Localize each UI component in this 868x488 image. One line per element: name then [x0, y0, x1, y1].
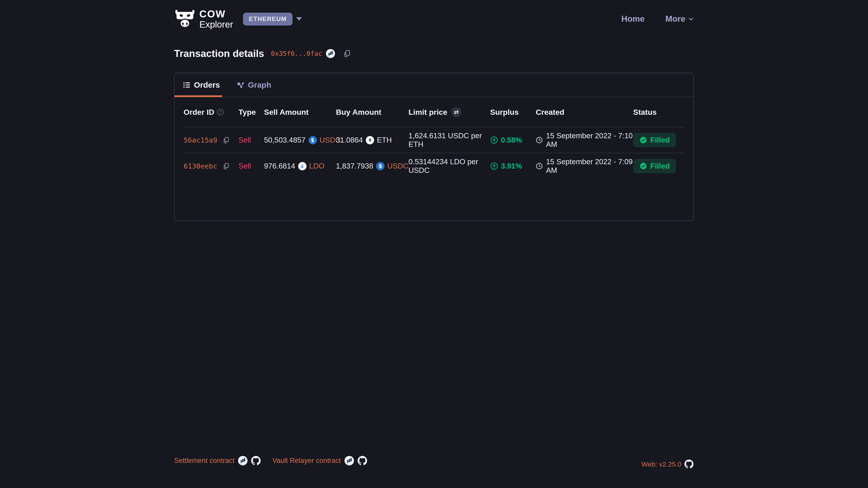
- surplus-cell: 3.91%: [490, 162, 536, 170]
- nav-link-home[interactable]: Home: [621, 14, 645, 24]
- check-circle-icon: [640, 162, 647, 170]
- web-version-link[interactable]: Web: v2.25.0: [642, 460, 681, 468]
- usdc-token-icon: $: [309, 136, 317, 144]
- etherscan-icon[interactable]: [326, 49, 335, 58]
- footer: Settlement contract: [174, 456, 694, 488]
- tab-orders[interactable]: Orders: [175, 73, 222, 97]
- github-icon[interactable]: [358, 456, 367, 465]
- col-sell-amount: Sell Amount: [264, 108, 336, 117]
- clock-icon: [536, 162, 543, 170]
- created-cell: 15 September 2022 - 7:09 AM: [536, 158, 633, 175]
- clock-icon: [536, 136, 543, 144]
- vault-relayer-contract-link[interactable]: Vault Relayer contract: [272, 457, 341, 465]
- buy-token-link[interactable]: USDC: [387, 162, 408, 170]
- ldo-token-icon: [298, 162, 307, 170]
- network-selector[interactable]: ETHEREUM: [243, 13, 302, 26]
- buy-token-label: ETH: [377, 136, 392, 144]
- tab-orders-label: Orders: [194, 80, 220, 90]
- sell-amount-cell: 976.6814 LDO: [264, 162, 336, 170]
- header: COW Explorer ETHEREUM Home More: [174, 0, 694, 29]
- created-cell: 15 September 2022 - 7:10 AM: [536, 131, 633, 149]
- tab-graph[interactable]: Graph: [232, 73, 277, 97]
- tab-graph-label: Graph: [248, 80, 271, 90]
- cow-explorer-logo[interactable]: COW Explorer: [174, 8, 233, 29]
- copy-order-id-icon[interactable]: [223, 136, 230, 144]
- col-type: Type: [239, 108, 264, 117]
- surplus-up-icon: [490, 162, 498, 170]
- cow-logo-icon: [174, 8, 196, 29]
- sell-token-link[interactable]: LDO: [309, 162, 324, 170]
- status-cell: Filled: [633, 133, 684, 147]
- help-icon[interactable]: ?: [217, 109, 224, 116]
- graph-icon: [237, 81, 244, 89]
- settlement-contract-item: Settlement contract: [174, 456, 260, 465]
- main-nav: Home More: [621, 14, 694, 24]
- footer-version-item: Web: v2.25.0: [642, 459, 694, 469]
- order-id-cell: 6130eebc: [184, 162, 239, 170]
- page-title: Transaction details: [174, 48, 264, 59]
- logo-line2: Explorer: [199, 20, 233, 29]
- eth-token-icon: [366, 136, 374, 144]
- list-icon: [183, 81, 190, 89]
- status-cell: Filled: [633, 159, 684, 173]
- surplus-up-icon: [490, 136, 498, 144]
- col-status: Status: [633, 108, 684, 117]
- table-header-row: Order ID ? Type Sell Amount Buy Amount L…: [184, 97, 684, 127]
- etherscan-icon[interactable]: [238, 456, 248, 465]
- page: COW Explorer ETHEREUM Home More Transac: [0, 0, 868, 488]
- order-id-link[interactable]: 56ac15a9: [184, 136, 217, 144]
- orders-table: Order ID ? Type Sell Amount Buy Amount L…: [184, 97, 684, 179]
- sell-amount-value: 976.6814: [264, 162, 295, 170]
- table-row: 56ac15a9 Sell 50,503.4857 $ USDC: [184, 127, 684, 153]
- sell-amount-cell: 50,503.4857 $ USDC: [264, 136, 336, 144]
- nav-link-more[interactable]: More: [665, 14, 694, 24]
- check-circle-icon: [640, 136, 647, 144]
- limit-price-cell: 0.53144234 LDO per USDC: [408, 158, 490, 175]
- order-type: Sell: [239, 136, 264, 144]
- surplus-value: 3.91%: [501, 162, 522, 170]
- created-value: 15 September 2022 - 7:10 AM: [546, 131, 633, 149]
- order-type: Sell: [239, 162, 264, 170]
- status-label: Filled: [650, 136, 670, 144]
- col-limit-price: Limit price ⇄: [408, 107, 490, 117]
- chevron-down-icon: [688, 16, 694, 22]
- github-icon[interactable]: [684, 459, 694, 469]
- tabbar: Orders Graph: [175, 73, 693, 97]
- orders-card: Orders Graph Order ID: [174, 73, 694, 221]
- order-id-link[interactable]: 6130eebc: [184, 162, 217, 170]
- vault-relayer-contract-item: Vault Relayer contract: [272, 456, 367, 465]
- logo-line1: COW: [199, 9, 233, 19]
- status-badge: Filled: [633, 159, 676, 173]
- buy-amount-value: 31.0864: [336, 136, 363, 144]
- order-id-cell: 56ac15a9: [184, 136, 239, 144]
- status-badge: Filled: [633, 133, 676, 147]
- table-row: 6130eebc Sell 976.6814: [184, 153, 684, 179]
- created-value: 15 September 2022 - 7:09 AM: [546, 158, 633, 175]
- col-order-id-label: Order ID: [184, 108, 214, 117]
- nav-more-label: More: [665, 14, 685, 24]
- limit-price-cell: 1,624.6131 USDC per ETH: [408, 131, 490, 149]
- settlement-contract-link[interactable]: Settlement contract: [174, 457, 235, 465]
- col-buy-amount: Buy Amount: [336, 108, 408, 117]
- surplus-cell: 0.58%: [490, 136, 536, 144]
- surplus-value: 0.58%: [501, 136, 522, 144]
- status-label: Filled: [650, 162, 670, 170]
- usdc-token-icon: $: [376, 162, 384, 170]
- buy-amount-value: 1,837.7938: [336, 162, 373, 170]
- buy-amount-cell: 31.0864 ETH: [336, 136, 408, 144]
- invert-price-icon[interactable]: ⇄: [452, 107, 461, 117]
- col-surplus: Surplus: [490, 108, 536, 117]
- github-icon[interactable]: [251, 456, 260, 465]
- col-created: Created: [536, 108, 633, 117]
- tx-hash-link[interactable]: 0x35f6...0fac: [271, 50, 322, 57]
- copy-order-id-icon[interactable]: [223, 162, 230, 170]
- logo-wordmark: COW Explorer: [199, 9, 233, 29]
- col-order-id: Order ID ?: [184, 108, 239, 117]
- buy-amount-cell: 1,837.7938 $ USDC: [336, 162, 408, 170]
- copy-tx-hash-icon[interactable]: [343, 50, 351, 58]
- network-badge[interactable]: ETHEREUM: [243, 13, 293, 26]
- col-limit-price-label: Limit price: [408, 108, 447, 117]
- title-row: Transaction details 0x35f6...0fac: [174, 48, 694, 59]
- sell-amount-value: 50,503.4857: [264, 136, 306, 144]
- etherscan-icon[interactable]: [344, 456, 354, 465]
